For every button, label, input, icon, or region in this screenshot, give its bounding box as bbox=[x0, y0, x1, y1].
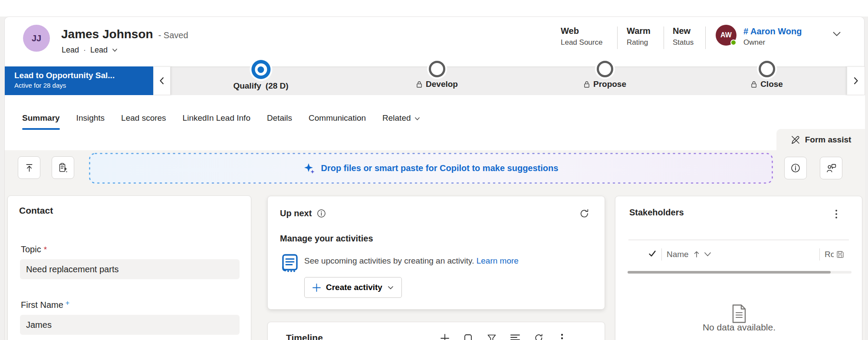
chevron-down-icon bbox=[388, 286, 394, 290]
stakeholders-more-commands-icon[interactable] bbox=[832, 208, 841, 220]
header-field-status[interactable]: New Status bbox=[673, 26, 694, 47]
form-selector[interactable]: Lead bbox=[90, 46, 108, 55]
page-title: James Johnson bbox=[61, 27, 153, 41]
header-divider bbox=[617, 26, 618, 49]
filter-timeline-icon[interactable] bbox=[487, 333, 497, 340]
process-stage-propose[interactable]: Propose bbox=[584, 66, 626, 89]
info-button[interactable] bbox=[784, 157, 807, 179]
lock-icon bbox=[751, 81, 757, 88]
business-process-flow: Qualify (28 D) Develop bbox=[5, 66, 865, 95]
tab-summary[interactable]: Summary bbox=[21, 112, 61, 131]
form-assist-button[interactable]: Form assist bbox=[776, 129, 865, 150]
role-column-header[interactable]: Role bbox=[825, 250, 834, 259]
learn-more-link[interactable]: Learn more bbox=[477, 256, 519, 265]
process-stage-develop[interactable]: Develop bbox=[416, 66, 458, 89]
create-activity-button[interactable]: Create activity bbox=[304, 277, 402, 298]
process-name-box[interactable]: Lead to Opportunity Sal... Active for 28… bbox=[5, 66, 153, 95]
first-name-input[interactable] bbox=[20, 315, 240, 335]
create-timeline-record-icon[interactable] bbox=[440, 333, 450, 340]
stakeholders-grid-header: Name Role bbox=[615, 247, 863, 264]
process-scroll-left-button[interactable] bbox=[153, 66, 171, 95]
process-status: Active for 28 days bbox=[14, 82, 153, 89]
inactive-stage-icon bbox=[597, 61, 613, 77]
name-column-header[interactable]: Name bbox=[667, 250, 689, 259]
first-name-field-label: First Name+ bbox=[21, 299, 69, 310]
info-icon[interactable] bbox=[317, 209, 326, 218]
contact-section-card: Contact Topic* First Name+ bbox=[7, 195, 251, 340]
lock-icon bbox=[416, 81, 422, 88]
top-band bbox=[0, 0, 868, 17]
process-scroll-right-button[interactable] bbox=[847, 66, 865, 95]
plus-icon bbox=[312, 284, 321, 292]
activities-icon bbox=[282, 254, 298, 273]
record-avatar: JJ bbox=[23, 25, 50, 52]
rating-value: Warm bbox=[627, 26, 651, 36]
timeline-card: Timeline bbox=[267, 322, 605, 340]
smart-paste-button[interactable] bbox=[52, 156, 74, 179]
separator-dot: · bbox=[83, 46, 86, 55]
scrollbar-thumb[interactable] bbox=[628, 271, 831, 274]
copilot-dropzone[interactable]: Drop files or smart paste for Copilot to… bbox=[89, 153, 773, 184]
stage-label: Propose bbox=[593, 79, 626, 89]
chevron-down-icon[interactable] bbox=[112, 48, 118, 52]
tab-linkedin-lead-info[interactable]: LinkedIn Lead Info bbox=[182, 112, 251, 131]
lead-source-label: Lead Source bbox=[561, 38, 602, 47]
tab-lead-scores[interactable]: Lead scores bbox=[120, 112, 167, 131]
inactive-stage-icon bbox=[429, 61, 445, 77]
process-stage-qualify[interactable]: Qualify (28 D) bbox=[233, 66, 288, 91]
stage-label: Develop bbox=[426, 79, 458, 89]
contact-section-title: Contact bbox=[19, 205, 53, 216]
stage-label: Close bbox=[760, 79, 783, 89]
timeline-title: Timeline bbox=[286, 333, 323, 340]
tab-list: Summary Insights Lead scores LinkedIn Le… bbox=[21, 112, 421, 131]
select-all-checkmark-icon[interactable] bbox=[648, 250, 656, 257]
empty-document-icon bbox=[731, 304, 747, 323]
rating-label: Rating bbox=[627, 38, 651, 47]
refresh-timeline-icon[interactable] bbox=[533, 333, 544, 340]
divider bbox=[628, 240, 849, 240]
collapse-header-chevron-icon[interactable] bbox=[830, 27, 843, 40]
process-name: Lead to Opportunity Sal... bbox=[14, 70, 153, 81]
tab-communication[interactable]: Communication bbox=[308, 112, 367, 131]
owner-link[interactable]: # Aaron Wong bbox=[743, 26, 802, 36]
stakeholders-title: Stakeholders bbox=[629, 208, 684, 218]
form-tabs-row: Summary Insights Lead scores LinkedIn Le… bbox=[5, 95, 865, 150]
upload-file-button[interactable] bbox=[18, 156, 40, 179]
chevron-down-icon bbox=[414, 113, 420, 122]
tab-insights[interactable]: Insights bbox=[76, 112, 105, 131]
expand-records-icon[interactable] bbox=[510, 333, 520, 340]
timeline-more-commands-icon[interactable] bbox=[557, 333, 567, 340]
active-stage-icon bbox=[251, 60, 270, 79]
tab-details[interactable]: Details bbox=[266, 112, 293, 131]
header-field-rating[interactable]: Warm Rating bbox=[627, 26, 651, 47]
presence-dot bbox=[730, 40, 736, 46]
sort-ascending-icon bbox=[694, 251, 700, 258]
status-label: Status bbox=[673, 38, 694, 47]
save-status: - Saved bbox=[158, 30, 188, 40]
record-subtitle: Lead · Lead bbox=[62, 46, 118, 55]
refresh-icon[interactable] bbox=[578, 208, 591, 221]
no-data-text: No data available. bbox=[615, 322, 863, 333]
form-assist-label: Form assist bbox=[805, 135, 852, 145]
lock-icon bbox=[584, 81, 590, 88]
summary-tab-content: Drop files or smart paste for Copilot to… bbox=[5, 150, 865, 340]
stakeholders-card: Stakeholders Name Role bbox=[615, 196, 862, 340]
stage-duration: (28 D) bbox=[266, 81, 289, 91]
column-menu-chevron-icon[interactable] bbox=[704, 252, 711, 257]
up-next-subtitle: Manage your activities bbox=[280, 234, 373, 244]
search-timeline-icon[interactable] bbox=[463, 333, 473, 340]
horizontal-scrollbar bbox=[628, 271, 852, 274]
process-stage-close[interactable]: Close bbox=[751, 66, 783, 89]
recommended-marker: + bbox=[66, 299, 69, 307]
header-divider bbox=[705, 26, 706, 49]
owner-label: Owner bbox=[743, 38, 765, 47]
lead-source-value: Web bbox=[561, 26, 602, 36]
topic-input[interactable] bbox=[20, 259, 240, 279]
save-icon bbox=[836, 250, 845, 259]
feedback-button[interactable] bbox=[820, 157, 842, 179]
tab-related[interactable]: Related bbox=[381, 112, 421, 131]
header-field-lead-source[interactable]: Web Lead Source bbox=[561, 26, 602, 47]
required-marker: * bbox=[44, 245, 47, 254]
copilot-sparkle-icon bbox=[304, 163, 315, 174]
column-separator bbox=[819, 248, 820, 261]
